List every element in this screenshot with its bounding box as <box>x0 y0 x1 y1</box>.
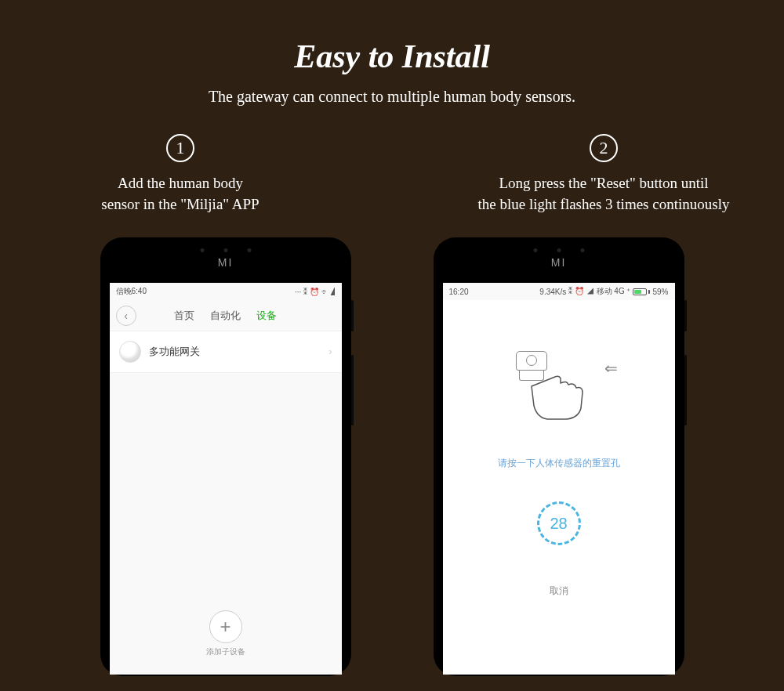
phone-mockup-2: MI 16:20 9.34K/s ⁑ ⏰ ◢ 移动 4G ⁺ 59% <box>434 237 684 676</box>
tab-automation[interactable]: 自动化 <box>210 309 241 323</box>
phone-mockup-1: MI 信晚6:40 ··· ⁑ ⏰ ᯤ ◢ ‹ 首页 自动化 设备 多功能网关 … <box>100 237 351 676</box>
back-button[interactable]: ‹ <box>116 306 136 326</box>
add-device-label: 添加子设备 <box>206 646 245 657</box>
pointing-hand-icon <box>528 371 598 425</box>
status-time: 16:20 <box>449 288 469 296</box>
status-bar: 16:20 9.34K/s ⁑ ⏰ ◢ 移动 4G ⁺ 59% <box>443 283 675 300</box>
status-icons: ··· ⁑ ⏰ ᯤ ◢ <box>295 288 335 296</box>
step-1: 1 Add the human body sensor in the "Milj… <box>16 134 345 215</box>
nav-bar: ‹ 首页 自动化 设备 <box>110 300 342 331</box>
battery-icon <box>633 288 650 295</box>
device-label: 多功能网关 <box>149 345 329 359</box>
phone-brand-logo: MI <box>551 256 567 269</box>
step-caption: Add the human body sensor in the "Miljia… <box>101 173 259 215</box>
tab-home[interactable]: 首页 <box>174 309 194 323</box>
page-subtitle: The gateway can connect to multiple huma… <box>0 88 784 106</box>
step-2: 2 Long press the "Reset" button until th… <box>439 134 768 215</box>
page-title: Easy to Install <box>0 38 784 75</box>
status-time: 信晚6:40 <box>116 286 147 297</box>
step-number-badge: 2 <box>590 134 618 162</box>
step-caption: Long press the "Reset" button until the … <box>478 173 730 215</box>
status-bar: 信晚6:40 ··· ⁑ ⏰ ᯤ ◢ <box>110 283 342 300</box>
phone-brand-logo: MI <box>218 256 234 269</box>
app-screen-2: 16:20 9.34K/s ⁑ ⏰ ◢ 移动 4G ⁺ 59% <box>443 283 675 675</box>
instruction-text: 请按一下人体传感器的重置孔 <box>498 457 620 470</box>
reset-instruction-diagram: ⇐ <box>500 339 618 433</box>
arrow-left-icon: ⇐ <box>604 359 618 378</box>
app-screen-1: 信晚6:40 ··· ⁑ ⏰ ᯤ ◢ ‹ 首页 自动化 设备 多功能网关 › + <box>110 283 342 675</box>
countdown-timer: 28 <box>537 501 581 545</box>
step-number-badge: 1 <box>166 134 194 162</box>
cancel-button[interactable]: 取消 <box>550 584 568 613</box>
add-device-button[interactable]: + 添加子设备 <box>206 610 245 657</box>
chevron-right-icon: › <box>329 346 332 357</box>
gateway-icon <box>119 341 141 363</box>
plus-icon: + <box>209 610 242 643</box>
tab-devices[interactable]: 设备 <box>256 309 277 323</box>
status-icons: 9.34K/s ⁑ ⏰ ◢ 移动 4G ⁺ 59% <box>539 286 668 297</box>
device-list-item[interactable]: 多功能网关 › <box>110 331 342 373</box>
